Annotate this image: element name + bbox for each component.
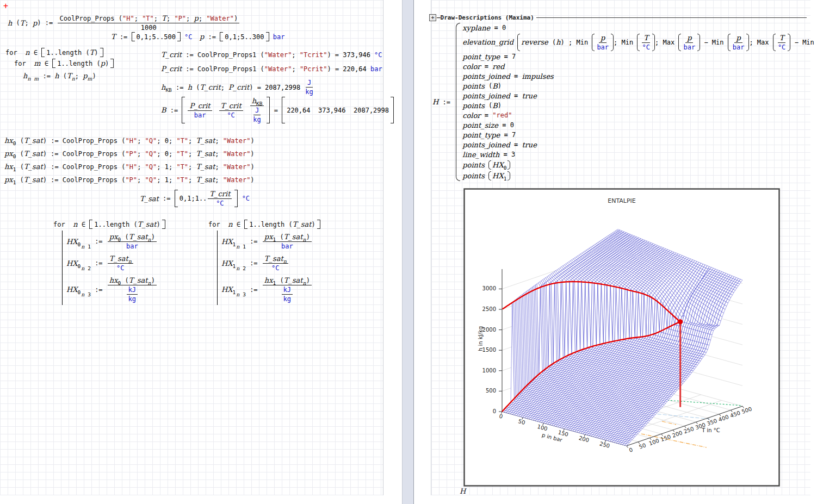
h-block-line: points_joined = impulses (462, 72, 817, 80)
fraction: T_satn°C (263, 254, 288, 272)
formula-hx0-def[interactable]: hx0 (T_sat) := CoolProp_Props ("H"; "Q";… (4, 136, 255, 145)
fraction: pbar (683, 34, 695, 51)
fraction: px0 (T_satn)bar (108, 233, 157, 250)
fraction: hx1 (T_satn)kJkg (263, 276, 312, 303)
h-block-lines: xyplane = 0elevation_grid reverse (h) ; … (462, 23, 817, 181)
formula-T-crit[interactable]: T_crit := CoolProp_Props1 ("Water"; "Tcr… (161, 51, 382, 59)
formula-p-range[interactable]: p := 0,1;5..300 bar (200, 32, 284, 41)
bracket (110, 59, 114, 68)
paren (488, 160, 491, 170)
h-block-line: points (B) (462, 82, 817, 90)
paren (517, 34, 520, 51)
h-block-line: points HX1 (462, 171, 817, 181)
critical-point-marker (678, 319, 683, 324)
smath-worksheet: + h (T; p) := CoolProp_Props ("H"; "T"; … (0, 0, 817, 504)
svg-text:500: 500 (486, 388, 496, 394)
fraction: kJkg (282, 286, 293, 303)
region-label: —Draw-Descriptions (Maxima) (437, 14, 534, 21)
h-block-line: xyplane = 0 (462, 24, 817, 32)
paren (773, 34, 776, 51)
system-paren (456, 23, 460, 181)
fraction: T°C (778, 34, 786, 51)
formula-T-sat-range[interactable]: T_sat := 0,1;1..T_crit°C °C (140, 190, 250, 207)
formula-P-crit[interactable]: P_crit := CoolProp_Props1 ("Water"; "Pcr… (161, 65, 382, 73)
bracket (52, 59, 55, 68)
fraction: T_satn°C (108, 254, 133, 272)
paren (507, 160, 510, 170)
bracket (282, 97, 285, 123)
h-block-line: points HX0 (462, 160, 817, 170)
bracket (132, 32, 135, 41)
bracket (175, 190, 178, 207)
bracket (182, 97, 185, 123)
h-block-line: points_joined = true (462, 92, 817, 100)
h-assignment-label: H := (432, 98, 454, 106)
formula-hx1-def[interactable]: hx1 (T_sat) := CoolProp_Props ("H"; "Q";… (4, 163, 255, 171)
plot-title: ENTALPIE (608, 197, 636, 204)
t-axis-label: T in °C (701, 427, 720, 433)
bracket (220, 32, 223, 41)
formula-loop-h-matrix[interactable]: for n ∈ 1..length (T)for m ∈ 1..length (… (5, 48, 114, 82)
expand-region-icon[interactable]: + (429, 14, 436, 21)
svg-text:0: 0 (493, 408, 496, 414)
svg-text:3000: 3000 (482, 285, 496, 291)
insertion-cursor-icon: + (3, 1, 8, 11)
h-block-line: point_size = 0 (462, 121, 817, 129)
paren (507, 171, 510, 181)
h-block-line: points_joined = true (462, 141, 817, 149)
h-block-line: points (B) (462, 102, 817, 110)
formula-px0-def[interactable]: px0 (T_sat) := CoolProp_Props ("P"; "Q";… (4, 150, 255, 158)
h-block-line: color = "red" (462, 111, 817, 120)
svg-text:1000: 1000 (482, 368, 496, 374)
fraction: hx0 (T_satn)kJkg (108, 276, 157, 303)
svg-text:2500: 2500 (482, 306, 496, 312)
page-gutter (402, 0, 414, 504)
fraction: pbar (733, 34, 745, 51)
paren (678, 34, 681, 51)
bracket (89, 220, 92, 229)
entalpie-3d-plot[interactable]: ENTALPIE05001000150020002500300005010015… (463, 188, 780, 487)
bracket (244, 220, 247, 229)
bracket (391, 97, 394, 123)
paren (592, 34, 595, 51)
fraction: CoolProp_Props ("H"; "T"; T; "P"; p; "Wa… (58, 14, 239, 32)
paren (637, 34, 640, 51)
h-block-line: point_type = 7 (462, 131, 817, 139)
h-block-line: point_type = 7 (462, 53, 817, 61)
fraction: T°C (642, 34, 650, 51)
fraction: P_critbar (188, 102, 212, 119)
formula-loop-HX0[interactable]: for n ∈ 1..length (T_sat)HX0n 1 := px0 (… (53, 220, 165, 305)
maxima-region-header[interactable]: +—Draw-Descriptions (Maxima) (429, 14, 807, 21)
fraction: kJkg (127, 286, 138, 303)
paren (488, 171, 491, 181)
fraction: hKBJkg (250, 97, 264, 123)
h-block-line: color = red (462, 63, 817, 71)
fraction: px1 (T_satn)bar (263, 233, 312, 250)
paren (728, 34, 731, 51)
z-axis-label: h in kJ/kg (478, 326, 484, 351)
fraction: T_crit°C (208, 190, 232, 207)
bracket (317, 220, 320, 229)
bracket (100, 48, 103, 57)
svg-text:2000: 2000 (482, 327, 496, 333)
bracket (162, 220, 165, 229)
formula-px1-def[interactable]: px1 (T_sat) := CoolProp_Props ("P"; "Q";… (4, 176, 255, 184)
bracket (41, 48, 45, 57)
svg-text:1500: 1500 (482, 347, 496, 353)
formula-draw-descriptions[interactable]: H := xyplane = 0elevation_grid reverse (… (432, 23, 817, 181)
fraction: pbar (597, 34, 609, 51)
formula-h-KB[interactable]: hKB := h (T_crit; P_crit) = 2087,2998 Jk… (161, 79, 314, 96)
formula-T-range[interactable]: T := 0,1;5..500 °C (111, 32, 193, 41)
h-block-line: elevation_grid reverse (h) ; Min pbar; M… (462, 34, 817, 51)
h-block-line: line_width = 3 (462, 151, 817, 159)
formula-B-matrix[interactable]: B := P_critbarT_crit°ChKBJkg = 220,64 37… (161, 97, 394, 123)
worksheet-page-left[interactable]: + h (T; p) := CoolProp_Props ("H"; "T"; … (0, 0, 383, 495)
plot-variable-label: H (460, 487, 466, 495)
region-divider-line (536, 17, 807, 18)
formula-h-def[interactable]: h (T; p) := CoolProp_Props ("H"; "T"; T;… (8, 14, 240, 32)
fraction: T_crit°C (219, 102, 243, 119)
formula-loop-HX1[interactable]: for n ∈ 1..length (T_sat)HX1n 1 := px1 (… (208, 220, 320, 305)
fraction: Jkg (305, 79, 313, 96)
fraction: Jkg (253, 107, 261, 123)
